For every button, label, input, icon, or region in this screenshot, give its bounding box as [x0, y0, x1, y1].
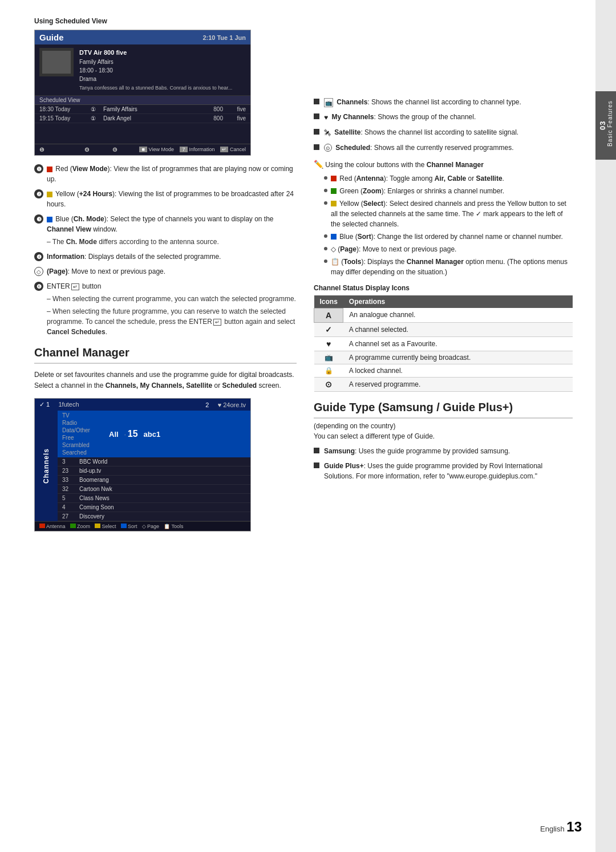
guide-info-row: DTV Air 800 five Family Affairs 18:00 - …	[35, 44, 250, 96]
mychannels-square-icon	[314, 113, 319, 119]
guide-thumb-inner	[42, 51, 71, 74]
blue-icon	[47, 217, 52, 222]
mychannels-text: ♥ My Channels: Shows the group of the ch…	[324, 112, 476, 123]
cm-ch-3: 3	[62, 459, 74, 465]
page-container: 03 Basic Features Using Scheduled View G…	[0, 0, 616, 852]
cm-ch-class: Class News	[79, 495, 246, 501]
channels-text: 📺 Channels: Shows the channel list accor…	[324, 97, 521, 107]
cm-ch-bbc: BBC World	[79, 459, 246, 465]
colour-blue-text: Blue (Sort): Change the list ordered by …	[331, 232, 563, 242]
cm-sidebar-scrambled: Scrambled	[62, 442, 102, 448]
cm-all-label: All	[109, 430, 119, 439]
guide-row-2-program: Dark Angel	[103, 115, 200, 121]
guide-screenshot: Guide 2:10 Tue 1 Jun DTV Air 800 five Fa…	[34, 30, 251, 156]
cm-main-area: TV Radio Data/Other Free Scrambled Searc…	[58, 411, 250, 521]
cm-sidebar-data: Data/Other	[62, 427, 102, 433]
colour-green-text: Green (Zoom): Enlarges or shrinks a chan…	[331, 186, 504, 196]
cm-row-coming: 4 Coming Soon	[58, 503, 250, 512]
guide-row-2-net: five	[229, 115, 246, 121]
guide-type-subtitle: (depending on the country)	[314, 422, 573, 430]
cm-footer: Antenna Zoom Select Sort ◇ Page 📋 Tools	[35, 521, 250, 531]
scheduled-icon: ⊙	[324, 144, 332, 152]
guide-row-2-ch: 800	[206, 115, 223, 121]
cm-row-bid: 23 bid-up.tv	[58, 466, 250, 476]
list-item-3-text: Blue (Ch. Mode): Select the type of chan…	[47, 214, 297, 234]
cm-ch-bid: bid-up.tv	[79, 468, 246, 474]
cm-btn-zoom: Zoom	[70, 524, 91, 529]
guide-type-list: Samsung: Uses the guide programme by pro…	[314, 446, 573, 481]
desc-broadcast: A programme currently being broadcast.	[343, 351, 573, 364]
red-icon	[47, 167, 52, 172]
footer-text: English	[540, 825, 565, 833]
list-item-5-text: (Page): Move to next or previous page.	[47, 266, 165, 277]
list-item-2: ❷ Yellow (+24 Hours): Viewing the list o…	[34, 189, 297, 209]
desc-analogue: An analogue channel.	[343, 308, 573, 322]
cm-ch-boomerang: Boomerang	[79, 477, 246, 483]
col-icons: Icons	[314, 295, 343, 309]
guide-footnote-1: ❶	[39, 147, 44, 153]
num-5: ◇	[34, 267, 43, 276]
guide-program-genre: Drama	[79, 75, 232, 83]
guide-row-1-program: Family Affairs	[103, 106, 200, 112]
num-3: ❸	[34, 214, 43, 224]
status-row-analogue: A An analogue channel.	[314, 308, 573, 322]
guide-btn-viewmode: ■ View Mode	[139, 147, 174, 153]
guide-program-time: 18:00 - 18:30	[79, 66, 232, 75]
tools-text: 📋 (Tools): Displays the Channel Manager …	[331, 257, 573, 277]
list-item-1-text: Red (View Mode): View the list of progra…	[47, 164, 297, 184]
icon-reserved: ⊙	[314, 377, 343, 391]
guide-row-4	[35, 133, 250, 144]
cm-ch-coming: Coming Soon	[79, 504, 246, 510]
guide-thumbnail	[39, 48, 74, 76]
cm-body: Channels TV Radio Data/Other Free	[35, 411, 250, 521]
channel-types-list: 📺 Channels: Shows the channel list accor…	[314, 97, 573, 153]
colour-yellow-item: Yellow (Select): Select desired channels…	[324, 198, 573, 229]
status-row-broadcast: 📺 A programme currently being broadcast.	[314, 351, 573, 364]
guide-program-name: Family Affairs	[79, 58, 232, 66]
desc-selected: A channel selected.	[343, 322, 573, 336]
colour-yellow-text: Yellow (Select): Select desired channels…	[331, 198, 573, 229]
chapter-bar: 03 Basic Features	[595, 0, 616, 852]
satellite-item: 🛰 Satellite: Shows the channel list acco…	[314, 127, 573, 138]
guide-row-2: 19:15 Today ① Dark Angel 800 five	[35, 114, 250, 123]
scheduled-square-icon	[314, 144, 319, 150]
guide-btn-cancel: ↵ Cancel	[220, 147, 246, 153]
guide-row-1: 18:30 Today ① Family Affairs 800 five	[35, 105, 250, 114]
bullet-dot-4	[324, 234, 327, 238]
list-item-6-text: ENTER↵ button	[47, 281, 101, 291]
chapter-number: 03	[598, 121, 607, 130]
guide-title: Guide	[39, 33, 64, 42]
page-number: 13	[566, 819, 582, 834]
cm-ch-23: 23	[62, 468, 74, 474]
guide-row-1-net: five	[229, 106, 246, 112]
main-content: Using Scheduled View Guide 2:10 Tue 1 Ju…	[0, 0, 595, 852]
cm-ch-27: 27	[62, 513, 74, 520]
cm-btn-tools: 📋 Tools	[164, 524, 183, 529]
list-item-5: ◇ (Page): Move to next or previous page.	[34, 266, 297, 277]
cm-btn-antenna: Antenna	[39, 524, 66, 529]
pen-icon: ✏️	[314, 160, 323, 169]
num-4: ❹	[34, 252, 43, 261]
colour-buttons-section: ✏️ Using the colour buttons with the Cha…	[314, 160, 573, 277]
guide-footer: ❶ ❹ ❻ ■ View Mode 7 Information ↵ Cancel	[35, 144, 250, 155]
desc-reserved: A reserved programme.	[343, 377, 573, 391]
yellow-icon	[47, 192, 52, 197]
bullet-dot-1	[324, 176, 327, 180]
scheduled-text: ⊙ Scheduled: Shows all the currently res…	[324, 143, 513, 153]
bullet-dot-3	[324, 201, 327, 205]
cm-row-bbc: 3 BBC World	[58, 457, 250, 466]
channels-item: 📺 Channels: Shows the channel list accor…	[314, 97, 573, 107]
guideplus-item: Guide Plus+: Uses the guide programme pr…	[314, 461, 573, 481]
cm-check-row: ✓ 1 1futech	[39, 401, 79, 408]
channel-status-table: Icons Operations A An analogue channel. …	[314, 295, 573, 392]
num-6: ❻	[34, 282, 43, 291]
cm-all-row: TV Radio Data/Other Free Scrambled Searc…	[58, 411, 250, 457]
page-item: ◇ (Page): Move to next or previous page.	[324, 244, 573, 254]
cm-heart-row: 2 ♥ 24ore.tv	[198, 401, 246, 408]
page-footer: English 13	[540, 819, 582, 835]
guide-type-desc: You can select a different type of Guide…	[314, 432, 573, 440]
right-column: 📺 Channels: Shows the channel list accor…	[314, 17, 573, 829]
guide-time: 2:10 Tue 1 Jun	[202, 34, 246, 41]
cm-bullet: · 15	[124, 429, 138, 439]
viewmode-icon: ■	[139, 147, 147, 152]
